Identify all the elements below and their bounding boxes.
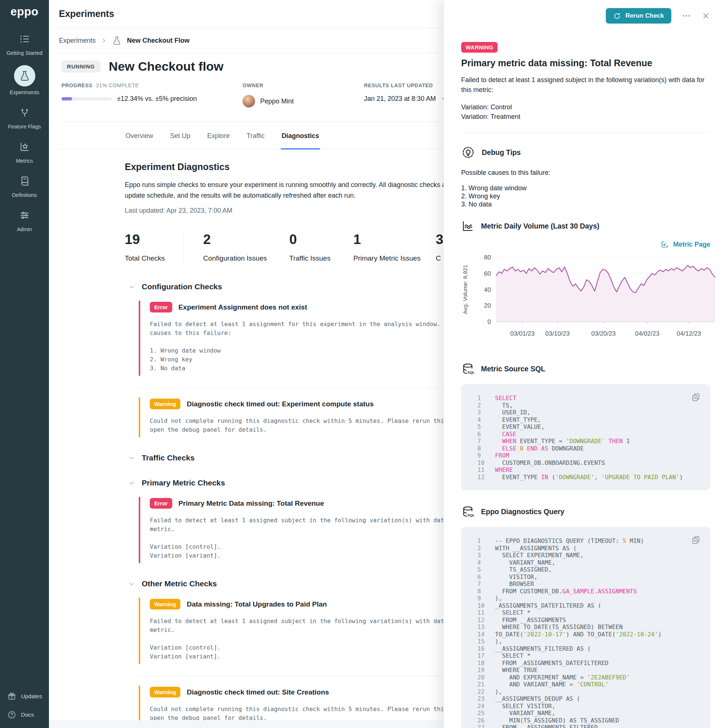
help-circle-icon: [8, 710, 16, 719]
stat-value: 0: [289, 232, 353, 247]
sidebar-item-metrics[interactable]: Metrics: [0, 139, 49, 164]
svg-text:04/02/23: 04/02/23: [635, 330, 659, 337]
check-title: Experiment Assignment does not exist: [179, 303, 307, 311]
eppo-logo[interactable]: eppo: [10, 5, 38, 18]
code-line: 10_ASSIGNMENTS_DATEFILTERED AS (: [461, 602, 710, 609]
stat-label: Traffic Issues: [289, 254, 353, 262]
refresh-icon: [613, 12, 621, 20]
code-line: 2 TS,: [461, 402, 710, 409]
code-line: 11WHERE: [461, 466, 710, 474]
tab-overview[interactable]: Overview: [125, 122, 154, 149]
panel-divider: [461, 133, 710, 133]
tab-traffic[interactable]: Traffic: [246, 122, 265, 149]
cause-line: 2. Wrong key: [461, 192, 710, 200]
rerun-check-button[interactable]: Rerun Check: [606, 8, 671, 24]
sidebar-item-getting-started[interactable]: Getting Started: [0, 31, 49, 56]
eppo-diagnostics-query-block: 1-- EPPO DIAGNOSTICS QUERY (TIMEOUT: 5 M…: [461, 527, 710, 728]
tab-explore[interactable]: Explore: [206, 122, 230, 149]
svg-text:Avg. Volume: 8,921: Avg. Volume: 8,921: [462, 265, 468, 314]
code-line: 14TO_DATE('2022-10-17') AND TO_DATE('202…: [461, 631, 710, 638]
sidebar-item-admin[interactable]: Admin: [0, 207, 49, 232]
code-line: 19 WHERE TRUE: [461, 667, 710, 674]
svg-text:03/10/23: 03/10/23: [546, 330, 570, 337]
metrics-star-icon: [19, 139, 30, 155]
panel-variations: Variation: Control Variation: Treatment: [461, 102, 710, 121]
chevron-down-icon: [128, 284, 135, 290]
stat-label: Total Checks: [125, 254, 184, 262]
more-menu-button[interactable]: [682, 11, 691, 21]
code-line: 22),: [461, 688, 710, 696]
progress-label: PROGRESS: [61, 83, 92, 88]
code-line: 6 VISITOR,: [461, 574, 710, 581]
progress-sub-label: 21% COMPLETE: [96, 83, 139, 88]
section-title: Other Metric Checks: [142, 579, 217, 588]
code-line: 27 FROM __ASSIGNMENTS_FILTERED: [461, 724, 710, 728]
stat-value: 2: [203, 232, 289, 247]
query-section-header: SQL Eppo Diagnostics Query: [461, 505, 710, 518]
code-line: 21 AND VARIANT_NAME = 'CONTROL': [461, 681, 710, 688]
code-line: 4 EVENT_TYPE,: [461, 416, 710, 424]
check-detail-panel: Rerun Check WARNING Primary metric data …: [444, 0, 728, 728]
svg-text:0: 0: [488, 318, 491, 325]
sidebar-item-experiments[interactable]: Experiments: [0, 65, 49, 95]
stat-divider: [184, 232, 184, 266]
svg-text:03/20/23: 03/20/23: [591, 330, 615, 337]
sidebar-item-updates[interactable]: Updates: [8, 692, 49, 701]
gear-bulb-icon: [461, 145, 475, 159]
variation-line: Variation: Control: [461, 102, 710, 112]
stat-traffic-issues: 0Traffic Issues: [289, 232, 353, 262]
svg-text:03/01/23: 03/01/23: [510, 330, 534, 337]
sidebar-item-label: Updates: [21, 693, 42, 700]
metric-page-link[interactable]: Metric Page: [660, 240, 710, 249]
stat-value: 1: [353, 232, 436, 247]
code-line: 24 SELECT VISITOR,: [461, 703, 710, 710]
code-line: 4 VARIANT_NAME,: [461, 559, 710, 566]
check-title: Primary Metric Data missing: Total Reven…: [179, 499, 324, 508]
severity-badge: Warning: [150, 399, 180, 409]
query-section-title: Eppo Diagnostics Query: [481, 508, 564, 516]
section-title: Configuration Checks: [142, 282, 222, 291]
code-line: 25 VARIANT_NAME,: [461, 710, 710, 717]
stat-label: Primary Metric Issues: [353, 254, 436, 262]
svg-text:04/12/23: 04/12/23: [677, 330, 701, 337]
owner-name: Peppo Mint: [260, 98, 294, 105]
close-button[interactable]: [702, 11, 710, 20]
check-title: Data missing: Total Upgrades to Paid Pla…: [187, 600, 327, 609]
sidebar-item-label: Admin: [17, 226, 32, 232]
panel-toolbar: Rerun Check: [461, 8, 710, 24]
code-line: 12 EVENT_TYPE IN ('DOWNGRADE', 'UPGRADE …: [461, 474, 710, 481]
code-line: 11 SELECT *: [461, 609, 710, 616]
code-line: 1SELECT: [461, 395, 710, 402]
code-line: 17 SELECT *: [461, 652, 710, 659]
stat-primary-metric-issues: 1Primary Metric Issues: [353, 232, 436, 262]
panel-severity-badge: WARNING: [461, 42, 498, 53]
cause-line: 3. No data: [461, 200, 710, 208]
precision-text: ±12.34% vs. ±5% precision: [117, 95, 197, 103]
variation-line: Variation: Treatment: [461, 112, 710, 121]
metric-source-sql-block: 1SELECT2 TS,3 USER_ID,4 EVENT_TYPE,5 EVE…: [461, 384, 710, 490]
tab-diagnostics[interactable]: Diagnostics: [281, 122, 320, 150]
code-line: 20 AND EXPERIMENT_NAME = '2E2ABEF9ED': [461, 674, 710, 681]
copy-icon[interactable]: [691, 535, 701, 545]
code-line: 16__ASSIGNMENTS_FILTERED AS (: [461, 645, 710, 653]
sidebar-item-docs[interactable]: Docs: [8, 710, 49, 719]
code-line: 26 MIN(TS_ASSIGNED) AS TS_ASSIGNED: [461, 717, 710, 724]
breadcrumb-root[interactable]: Experiments: [59, 37, 96, 44]
code-line: 23__ASSIGNMENTS_DEDUP AS (: [461, 695, 710, 703]
svg-text:SQL: SQL: [467, 513, 474, 517]
panel-title: Primary metric data missing: Total Reven…: [461, 58, 710, 69]
sidebar-bottom: Updates Docs: [0, 682, 49, 728]
progress-block: PROGRESS21% COMPLETE ±12.34% vs. ±5% pre…: [61, 83, 243, 107]
sql-section-title: Metric Source SQL: [481, 365, 545, 373]
experiment-title: New Checkout flow: [109, 59, 224, 73]
results-updated-dropdown[interactable]: Jan 21, 2023 at 8:30 AM: [364, 95, 447, 103]
code-line: 2WITH __ASSIGNMENTS AS (: [461, 545, 710, 552]
rerun-check-label: Rerun Check: [625, 12, 664, 20]
copy-icon[interactable]: [691, 392, 701, 402]
sidebar-item-label: Docs: [21, 711, 34, 718]
tab-set-up[interactable]: Set Up: [169, 122, 191, 149]
sidebar-item-feature-flags[interactable]: Feature Flags: [0, 104, 49, 130]
sidebar-item-definitions[interactable]: Definitions: [0, 173, 49, 198]
code-line: 12 FROM __ASSIGNMENTS: [461, 616, 710, 624]
metric-volume-chart: 80604020003/01/2303/10/2303/20/2304/02/2…: [461, 252, 716, 344]
